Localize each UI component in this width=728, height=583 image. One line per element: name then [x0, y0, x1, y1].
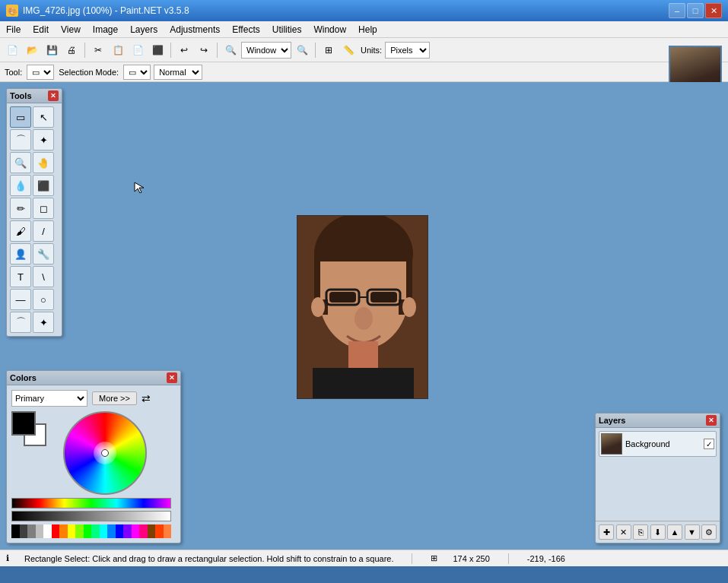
tool-rectangle-select[interactable]: ▭	[10, 106, 31, 128]
layer-visibility-check[interactable]: ✓	[704, 439, 714, 449]
palette-swatch-18[interactable]	[155, 524, 164, 538]
menu-help[interactable]: Help	[352, 21, 383, 37]
crop-button[interactable]: ⬛	[148, 41, 167, 59]
open-button[interactable]: 📂	[23, 41, 41, 59]
zoom-select[interactable]: Window 100% 200%	[241, 42, 291, 59]
add-layer-button[interactable]: ✚	[599, 524, 614, 540]
move-layer-up-button[interactable]: ▲	[667, 524, 682, 540]
selection-mode-select[interactable]: ▭	[123, 65, 151, 80]
palette-swatch-14[interactable]	[123, 524, 132, 538]
cut-button[interactable]: ✂	[89, 41, 107, 59]
palette-swatch-1[interactable]	[20, 524, 28, 538]
palette-swatch-0[interactable]	[11, 524, 20, 538]
tool-text[interactable]: T	[10, 266, 31, 287]
foreground-color-swatch[interactable]	[11, 411, 36, 436]
redo-button[interactable]: ↪	[195, 41, 213, 59]
ruler-button[interactable]: 📏	[339, 41, 358, 59]
palette-swatch-8[interactable]	[75, 524, 84, 538]
tool-clone[interactable]: ⬛	[33, 175, 54, 196]
svg-point-15	[402, 297, 416, 317]
menu-adjustments[interactable]: Adjustments	[164, 21, 226, 37]
palette-swatch-2[interactable]	[27, 524, 36, 538]
paste-button[interactable]: 📄	[129, 41, 147, 59]
palette-swatch-15[interactable]	[132, 524, 140, 538]
swap-colors-icon[interactable]: ⇄	[141, 392, 151, 404]
tools-close-button[interactable]: ✕	[48, 90, 59, 101]
tool-line[interactable]: \	[33, 266, 54, 287]
tool-move[interactable]: ↖	[33, 106, 54, 128]
tool-paintbrush[interactable]: 🖌	[10, 220, 31, 242]
layers-close-button[interactable]: ✕	[706, 415, 717, 426]
menu-edit[interactable]: Edit	[27, 21, 55, 37]
duplicate-layer-button[interactable]: ⎘	[633, 524, 648, 540]
menu-file[interactable]: File	[0, 21, 27, 37]
colors-panel-title: Colors ✕	[7, 371, 180, 385]
sep3	[217, 43, 218, 58]
palette-swatch-19[interactable]	[164, 524, 172, 538]
palette-swatch-7[interactable]	[68, 524, 76, 538]
tool-pencil[interactable]: ✏	[10, 198, 31, 219]
zoom-out-button[interactable]: 🔍	[221, 41, 240, 59]
palette-swatch-6[interactable]	[59, 524, 68, 538]
layer-item-background[interactable]: Background ✓	[599, 431, 717, 457]
menu-view[interactable]: View	[55, 21, 87, 37]
tool-zoom-out[interactable]: 🤚	[33, 152, 54, 173]
palette-swatch-10[interactable]	[91, 524, 100, 538]
tool-magic-wand[interactable]: ✦	[33, 129, 54, 151]
color-wheel[interactable]	[63, 411, 147, 495]
selection-mode-label: Selection Mode:	[59, 68, 119, 77]
blend-mode-select[interactable]: Normal Multiply	[154, 65, 202, 80]
layers-panel: Layers ✕ Background ✓ ✚ ✕ ⎘ ⬇ ▲ ▼ ⚙	[595, 413, 720, 543]
save-button[interactable]: 💾	[43, 41, 61, 59]
units-select[interactable]: Pixels Inches	[385, 42, 430, 59]
colors-close-button[interactable]: ✕	[167, 372, 177, 383]
menu-layers[interactable]: Layers	[124, 21, 164, 37]
palette-swatch-5[interactable]	[52, 524, 60, 538]
tool-zoom-in[interactable]: 🔍	[10, 152, 31, 173]
palette-swatch-12[interactable]	[107, 524, 116, 538]
move-layer-down-button[interactable]: ▼	[685, 524, 700, 540]
delete-layer-button[interactable]: ✕	[616, 524, 631, 540]
tool-fill[interactable]: /	[33, 220, 54, 242]
tool-shapes[interactable]: —	[10, 289, 31, 310]
new-button[interactable]: 📄	[3, 41, 21, 59]
print-button[interactable]: 🖨	[62, 41, 81, 59]
tool-select[interactable]: ▭	[27, 65, 54, 80]
merge-layer-button[interactable]: ⬇	[650, 524, 666, 540]
menu-effects[interactable]: Effects	[226, 21, 265, 37]
palette-swatch-9[interactable]	[84, 524, 92, 538]
tool-stamp[interactable]: 👤	[10, 243, 31, 265]
menu-window[interactable]: Window	[307, 21, 352, 37]
palette-swatch-13[interactable]	[116, 524, 124, 538]
toolbar: 📄 📂 💾 🖨 ✂ 📋 📄 ⬛ ↩ ↪ 🔍 Window 100% 200% 🔍…	[0, 38, 728, 62]
svg-rect-6	[329, 292, 356, 303]
menu-utilities[interactable]: Utilities	[266, 21, 308, 37]
copy-button[interactable]: 📋	[109, 41, 127, 59]
layer-settings-button[interactable]: ⚙	[701, 524, 717, 540]
close-button[interactable]: ✕	[705, 3, 722, 18]
tool-freeform[interactable]: ⌒	[10, 312, 31, 333]
hue-slider[interactable]	[11, 498, 171, 509]
tool-ellipse[interactable]: ○	[33, 289, 54, 310]
palette-swatch-17[interactable]	[148, 524, 156, 538]
zoom-in-button[interactable]: 🔍	[293, 41, 311, 59]
image-canvas[interactable]	[297, 215, 428, 399]
tool-recolor[interactable]: 🔧	[33, 243, 54, 265]
palette-swatch-16[interactable]	[139, 524, 148, 538]
brightness-slider[interactable]	[11, 511, 171, 521]
minimize-button[interactable]: –	[669, 3, 685, 18]
maximize-button[interactable]: □	[687, 3, 704, 18]
color-mode-select[interactable]: Primary Secondary	[11, 390, 87, 407]
tool-lasso[interactable]: ⌒	[10, 129, 31, 151]
tool-color-picker[interactable]: 💧	[10, 175, 31, 196]
palette-swatch-3[interactable]	[36, 524, 44, 538]
palette-swatch-4[interactable]	[43, 524, 52, 538]
undo-button[interactable]: ↩	[175, 41, 193, 59]
tools-label: Tools	[10, 91, 32, 100]
tool-gradient[interactable]: ✦	[33, 312, 54, 333]
tool-eraser[interactable]: ◻	[33, 198, 54, 219]
menu-image[interactable]: Image	[87, 21, 124, 37]
palette-swatch-11[interactable]	[100, 524, 108, 538]
grid-button[interactable]: ⊞	[319, 41, 338, 59]
more-colors-button[interactable]: More >>	[92, 391, 137, 405]
